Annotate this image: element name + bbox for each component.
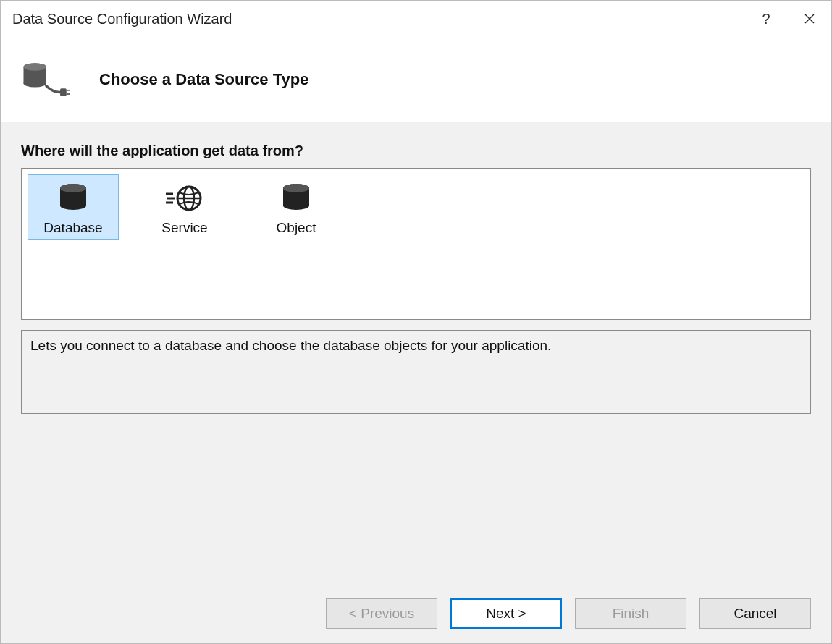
- wizard-button-bar: < Previous Next > Finish Cancel: [1, 584, 831, 643]
- close-icon: [804, 11, 815, 27]
- svg-point-19: [283, 201, 309, 210]
- choice-label: Service: [161, 220, 207, 236]
- svg-rect-4: [60, 88, 67, 96]
- service-icon: [166, 184, 203, 216]
- cancel-button[interactable]: Cancel: [699, 598, 811, 629]
- finish-button: Finish: [575, 598, 686, 629]
- choice-label: Database: [43, 220, 102, 236]
- next-button[interactable]: Next >: [450, 598, 562, 629]
- choice-service[interactable]: Service: [139, 174, 230, 240]
- previous-button: < Previous: [326, 598, 437, 629]
- choice-object[interactable]: Object: [251, 174, 342, 240]
- help-icon: ?: [762, 11, 770, 27]
- choice-label: Object: [277, 220, 316, 236]
- svg-point-3: [23, 63, 46, 70]
- database-icon: [57, 182, 89, 216]
- wizard-window: Data Source Configuration Wizard ?: [0, 0, 832, 644]
- prompt-text: Where will the application get data from…: [21, 143, 811, 159]
- svg-point-20: [283, 184, 309, 192]
- svg-point-2: [23, 80, 46, 87]
- window-title: Data Source Configuration Wizard: [12, 11, 232, 27]
- svg-point-10: [60, 184, 86, 192]
- wizard-step-title: Choose a Data Source Type: [99, 70, 308, 89]
- close-button[interactable]: [788, 1, 831, 37]
- object-icon: [280, 182, 312, 216]
- wizard-body: Where will the application get data from…: [1, 122, 831, 584]
- title-bar-buttons: ?: [744, 1, 831, 37]
- help-button[interactable]: ?: [744, 1, 788, 37]
- wizard-banner: Choose a Data Source Type: [1, 37, 831, 122]
- choice-description: Lets you connect to a database and choos…: [21, 330, 811, 414]
- choice-database[interactable]: Database: [28, 174, 119, 240]
- data-source-type-list: Database: [21, 168, 811, 320]
- data-source-icon: [21, 55, 70, 104]
- svg-point-9: [60, 201, 86, 210]
- title-bar: Data Source Configuration Wizard ?: [1, 1, 831, 37]
